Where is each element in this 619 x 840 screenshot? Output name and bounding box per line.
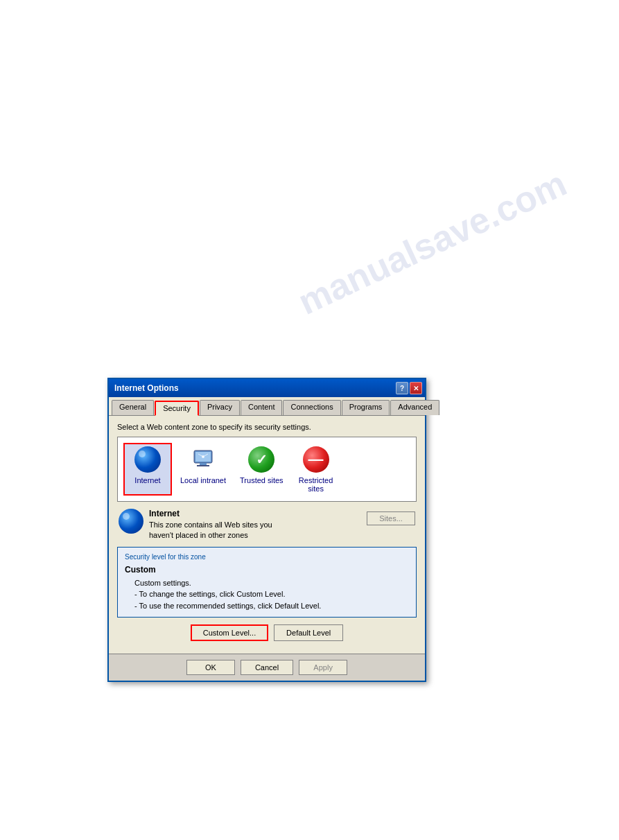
zone-info-section: Internet This zone contains all Web site… <box>117 509 417 541</box>
tab-programs[interactable]: Programs <box>342 400 390 415</box>
tab-bar: General Security Privacy Content Connect… <box>109 397 425 416</box>
restricted-sites-icon: — <box>302 446 330 473</box>
default-level-button[interactable]: Default Level <box>274 624 343 641</box>
zone-restricted-sites[interactable]: — Restricted sites <box>292 443 340 496</box>
local-intranet-icon <box>189 446 217 473</box>
internet-options-dialog: Internet Options ? ✕ General Security Pr… <box>107 378 426 682</box>
help-button[interactable]: ? <box>396 382 408 394</box>
custom-level-button[interactable]: Custom Level... <box>191 624 268 641</box>
zone-info-desc: This zone contains all Web sites you hav… <box>149 520 361 541</box>
security-level-text: Custom settings. - To change the setting… <box>125 577 409 612</box>
svg-rect-2 <box>200 463 207 465</box>
close-button[interactable]: ✕ <box>410 382 422 394</box>
title-bar-buttons: ? ✕ <box>396 382 422 394</box>
sites-button[interactable]: Sites... <box>367 511 415 525</box>
security-level-label: Security level for this zone <box>125 553 409 561</box>
security-buttons: Custom Level... Default Level <box>117 624 417 641</box>
zone-info-icon <box>119 509 143 534</box>
dialog-footer: OK Cancel Apply <box>109 654 425 681</box>
zone-info-text: Internet This zone contains all Web site… <box>149 509 361 541</box>
tab-advanced[interactable]: Advanced <box>390 400 439 415</box>
tab-privacy[interactable]: Privacy <box>200 400 240 415</box>
watermark-text: manualsave.com <box>292 162 573 323</box>
zone-restricted-sites-label: Restricted sites <box>299 476 333 493</box>
dialog-title: Internet Options <box>114 383 179 393</box>
zones-box: Internet Loca <box>117 437 417 502</box>
zone-trusted-sites[interactable]: ✓ Trusted sites <box>234 443 289 496</box>
internet-icon <box>134 446 162 473</box>
tab-content[interactable]: Content <box>241 400 283 415</box>
zone-trusted-sites-label: Trusted sites <box>240 476 284 484</box>
zone-internet[interactable]: Internet <box>123 443 172 496</box>
tab-general[interactable]: General <box>112 400 154 415</box>
zone-local-intranet-label: Local intranet <box>180 476 226 484</box>
tab-connections[interactable]: Connections <box>283 400 340 415</box>
security-level-box: Security level for this zone Custom Cust… <box>117 547 417 618</box>
svg-rect-3 <box>197 465 209 466</box>
trusted-sites-icon: ✓ <box>247 446 275 473</box>
zone-info-title: Internet <box>149 509 361 518</box>
apply-button[interactable]: Apply <box>299 660 347 675</box>
zone-local-intranet[interactable]: Local intranet <box>175 443 232 496</box>
security-level-title: Custom <box>125 565 409 575</box>
zone-description: Select a Web content zone to specify its… <box>117 423 417 431</box>
zone-internet-label: Internet <box>134 476 160 484</box>
tab-security[interactable]: Security <box>155 401 199 416</box>
cancel-button[interactable]: Cancel <box>241 660 293 675</box>
ok-button[interactable]: OK <box>186 660 235 675</box>
title-bar: Internet Options ? ✕ <box>109 379 425 397</box>
dialog-content: Select a Web content zone to specify its… <box>109 416 425 654</box>
